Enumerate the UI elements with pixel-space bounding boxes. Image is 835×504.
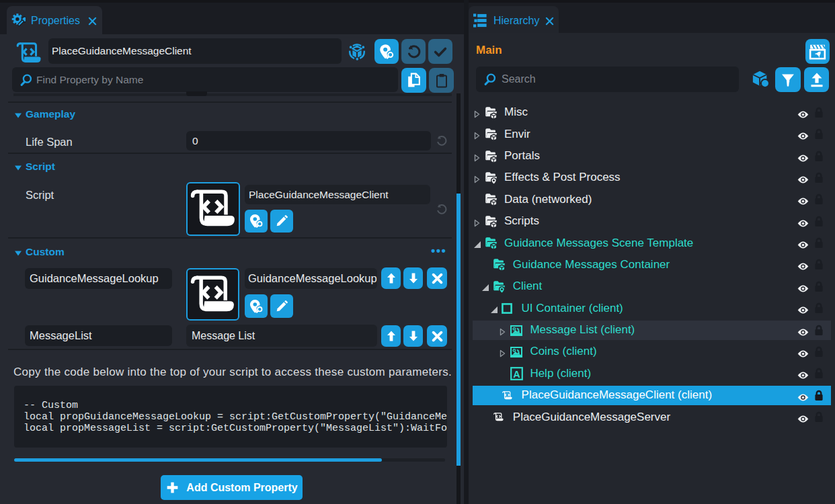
svg-text:A: A (513, 369, 520, 380)
